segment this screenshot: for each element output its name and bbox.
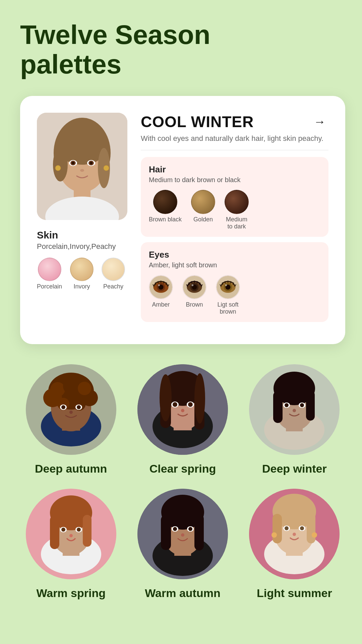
svg-point-48 [69,411,73,414]
svg-point-39 [50,382,65,397]
swatch-item-peachy: Peachy [102,258,125,290]
svg-point-13 [90,162,93,164]
season-description: With cool eyes and naturally dark hair, … [141,133,328,144]
person-deep-winter[interactable]: Deep winter [244,364,345,475]
portrait [37,113,127,220]
avatar-clear-spring [137,364,228,455]
hair-name-brownblack: Brown black [149,216,182,223]
skin-subtitle: Porcelain,Invory,Peachy [37,242,116,251]
svg-point-61 [188,402,193,407]
page: Twelve Seasonpalettes [0,0,362,644]
skin-label: Skin [37,229,58,241]
svg-point-59 [173,402,177,407]
hair-swatches: Brown black Golden Medium to dark [149,190,320,230]
svg-rect-93 [194,514,204,550]
swatch-item-porcelain: Porcelain [37,258,62,290]
eyes-section: Eyes Amber, light soft brown [141,242,328,322]
hair-circle-medium [225,190,249,214]
hair-section: Hair Medium to dark brown or black Brown… [141,157,328,237]
hair-swatch-medium: Medium to dark [225,190,249,230]
svg-point-6 [53,148,68,181]
svg-point-21 [158,284,160,286]
svg-point-41 [78,382,91,395]
svg-point-45 [61,405,65,409]
svg-point-57 [194,373,205,424]
hair-circle-brownblack [153,190,177,214]
svg-point-47 [77,405,81,409]
person-name-warm-spring: Warm spring [36,587,106,600]
eyes-subtitle: Amber, light soft brown [149,261,320,269]
eye-swatch-lightbrown: Ligt soft brown [216,275,240,315]
swatch-item-invory: Invory [70,258,94,290]
svg-point-109 [285,526,289,530]
person-warm-autumn[interactable]: Warm autumn [132,489,233,600]
swatch-porcelain [38,258,61,281]
people-grid: Deep autumn [20,364,345,600]
hair-subtitle: Medium to dark brown or black [149,176,320,184]
person-name-warm-autumn: Warm autumn [145,587,220,600]
hair-label: Hair [149,164,320,175]
svg-point-74 [293,409,296,412]
svg-rect-80 [50,516,59,549]
eye-swatches: Amber [149,275,320,315]
svg-point-111 [300,526,304,530]
svg-point-83 [61,528,65,532]
person-light-summer[interactable]: Light summer [244,489,345,600]
divider [141,150,328,150]
season-title: COOL WINTER [141,113,254,131]
svg-point-26 [192,284,194,286]
hair-circle-golden [191,190,215,214]
eye-circle-lightbrown [216,275,240,299]
card-left: Skin Porcelain,Invory,Peachy Porcelain I… [37,113,127,327]
eye-swatch-brown: Brown [182,275,206,315]
svg-point-98 [181,533,184,537]
avatar-warm-autumn [137,489,228,579]
svg-point-40 [63,378,79,394]
svg-point-31 [225,284,227,286]
svg-rect-92 [161,515,171,550]
swatch-name-peachy: Peachy [103,283,123,290]
svg-point-106 [272,532,277,538]
page-title: Twelve Seasonpalettes [20,20,345,79]
svg-point-97 [188,527,192,531]
person-name-deep-winter: Deep winter [262,462,327,475]
person-clear-spring[interactable]: Clear spring [132,364,233,475]
avatar-deep-winter [249,364,340,455]
svg-point-86 [69,534,73,537]
svg-point-14 [80,169,84,172]
svg-point-85 [77,528,81,532]
eye-circle-amber [149,275,173,299]
svg-point-71 [285,403,289,407]
card-header: COOL WINTER → [141,113,328,131]
person-deep-autumn[interactable]: Deep autumn [20,364,122,475]
svg-rect-105 [307,513,315,543]
hair-name-golden: Golden [193,216,213,223]
person-warm-spring[interactable]: Warm spring [20,489,122,600]
card-right: COOL WINTER → With cool eyes and natural… [141,113,328,327]
skin-swatches: Porcelain Invory Peachy [37,258,125,290]
person-name-deep-autumn: Deep autumn [35,462,107,475]
hair-swatch-golden: Golden [191,190,215,230]
svg-point-16 [104,165,109,171]
season-card: Skin Porcelain,Invory,Peachy Porcelain I… [20,96,345,344]
svg-point-10 [72,162,74,164]
eyes-label: Eyes [149,250,320,260]
hair-swatch-brownblack: Brown black [149,190,182,230]
hair-name-medium: Medium to dark [226,216,247,230]
swatch-peachy [102,258,125,281]
eye-name-brown: Brown [186,301,203,308]
svg-rect-104 [273,514,282,543]
person-name-clear-spring: Clear spring [149,462,216,475]
svg-rect-68 [273,391,283,423]
svg-point-56 [160,374,172,421]
season-arrow-button[interactable]: → [311,113,328,130]
eye-name-amber: Amber [152,301,170,308]
eye-swatch-amber: Amber [149,275,173,315]
svg-rect-81 [83,515,92,547]
svg-point-15 [55,165,61,171]
svg-point-62 [181,409,184,412]
svg-point-107 [312,532,317,538]
person-name-light-summer: Light summer [257,587,332,600]
avatar-deep-autumn [26,364,116,455]
avatar-light-summer [249,489,340,579]
